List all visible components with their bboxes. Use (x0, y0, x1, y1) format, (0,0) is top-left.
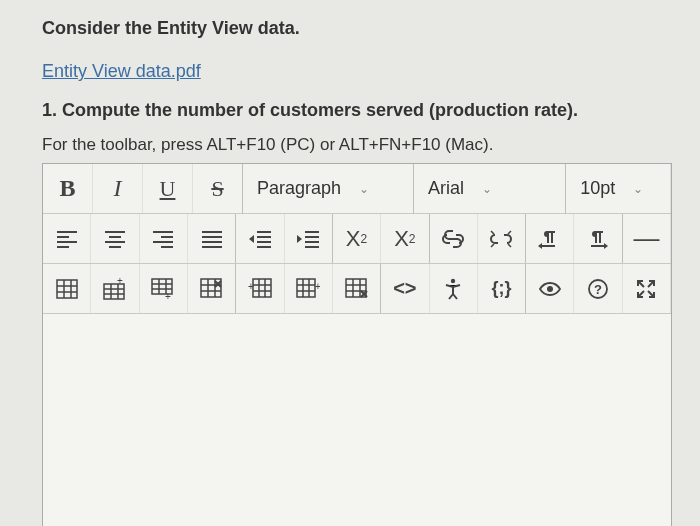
table-row-above-icon: + (103, 278, 127, 300)
link-icon (440, 230, 466, 248)
svg-point-12 (547, 286, 553, 292)
toolbar-row-2: X2 X2 — (43, 214, 671, 264)
table-icon (56, 279, 78, 299)
svg-text:+: + (248, 281, 254, 292)
align-center-icon (104, 230, 126, 248)
svg-rect-6 (253, 279, 271, 297)
bold-button[interactable]: B (43, 164, 93, 213)
attachment-link[interactable]: Entity View data.pdf (42, 61, 201, 82)
svg-text:+: + (117, 278, 123, 286)
accessibility-icon (443, 278, 463, 300)
sub-idx: 2 (409, 232, 416, 246)
table-row-above-button[interactable]: + (91, 264, 139, 313)
chevron-down-icon: ⌄ (359, 182, 369, 196)
insert-link-button[interactable] (430, 214, 478, 263)
align-center-button[interactable] (91, 214, 139, 263)
sup-base: X (346, 226, 361, 252)
svg-point-11 (451, 278, 455, 282)
fullscreen-icon (636, 279, 656, 299)
svg-rect-8 (297, 279, 315, 297)
code-glyph: <> (393, 277, 416, 300)
ltr-button[interactable] (526, 214, 574, 263)
outdent-icon (248, 230, 272, 248)
table-col-right-icon: + (296, 278, 320, 300)
bold-glyph: B (59, 175, 75, 202)
svg-rect-5 (201, 279, 221, 297)
svg-rect-1 (104, 284, 124, 299)
align-right-button[interactable] (140, 214, 188, 263)
toolbar-row-1: B I U S Paragraph ⌄ Arial ⌄ 10pt ⌄ (43, 164, 671, 214)
toolbar-hint: For the toolbar, press ALT+F10 (PC) or A… (42, 135, 672, 155)
font-family-label: Arial (428, 178, 464, 199)
font-size-select[interactable]: 10pt ⌄ (566, 164, 671, 213)
indent-icon (296, 230, 320, 248)
svg-text:+: + (165, 291, 171, 300)
paragraph-format-select[interactable]: Paragraph ⌄ (243, 164, 414, 213)
underline-button[interactable]: U (143, 164, 193, 213)
rtl-button[interactable] (574, 214, 622, 263)
editor-content-area[interactable]: P (43, 314, 671, 526)
indent-button[interactable] (285, 214, 333, 263)
strike-glyph: S (211, 176, 223, 202)
sub-base: X (394, 226, 409, 252)
align-justify-icon (201, 230, 223, 248)
html-code-button[interactable]: <> (381, 264, 429, 313)
table-col-delete-button[interactable] (333, 264, 381, 313)
outdent-button[interactable] (236, 214, 284, 263)
remove-link-button[interactable] (478, 214, 526, 263)
svg-rect-0 (57, 280, 77, 298)
chevron-down-icon: ⌄ (482, 182, 492, 196)
underline-glyph: U (160, 176, 176, 202)
table-row-below-button[interactable]: + (140, 264, 188, 313)
horizontal-rule-button[interactable]: — (623, 214, 671, 263)
unlink-icon (488, 229, 514, 249)
subscript-button[interactable]: X2 (381, 214, 429, 263)
paragraph-format-label: Paragraph (257, 178, 341, 199)
fullscreen-button[interactable] (623, 264, 671, 313)
help-icon: ? (587, 278, 609, 300)
italic-button[interactable]: I (93, 164, 143, 213)
align-justify-button[interactable] (188, 214, 236, 263)
font-size-label: 10pt (580, 178, 615, 199)
table-delete-icon (200, 278, 224, 300)
ltr-icon (538, 229, 562, 249)
css-glyph: {;} (491, 278, 511, 299)
italic-glyph: I (114, 175, 122, 202)
accessibility-button[interactable] (430, 264, 478, 313)
question-text: 1. Compute the number of customers serve… (42, 100, 672, 121)
table-col-delete-icon (345, 278, 369, 300)
rtl-icon (586, 229, 610, 249)
sup-exp: 2 (361, 232, 368, 246)
chevron-down-icon: ⌄ (633, 182, 643, 196)
svg-text:+: + (315, 281, 320, 292)
svg-text:?: ? (594, 282, 602, 297)
rich-text-editor: B I U S Paragraph ⌄ Arial ⌄ 10pt ⌄ (42, 163, 672, 526)
table-delete-button[interactable] (188, 264, 236, 313)
preview-icon (538, 281, 562, 297)
dash-glyph: — (633, 223, 659, 254)
align-left-button[interactable] (43, 214, 91, 263)
table-col-right-button[interactable]: + (285, 264, 333, 313)
preview-button[interactable] (526, 264, 574, 313)
help-button[interactable]: ? (574, 264, 622, 313)
toolbar-row-3: + + + + <> {;} ? (43, 264, 671, 314)
prompt-heading: Consider the Entity View data. (42, 18, 672, 39)
insert-table-button[interactable] (43, 264, 91, 313)
font-family-select[interactable]: Arial ⌄ (414, 164, 566, 213)
table-row-below-icon: + (151, 278, 175, 300)
table-col-left-button[interactable]: + (236, 264, 284, 313)
table-col-left-icon: + (248, 278, 272, 300)
css-class-button[interactable]: {;} (478, 264, 526, 313)
strikethrough-button[interactable]: S (193, 164, 243, 213)
superscript-button[interactable]: X2 (333, 214, 381, 263)
align-right-icon (152, 230, 174, 248)
align-left-icon (56, 230, 78, 248)
